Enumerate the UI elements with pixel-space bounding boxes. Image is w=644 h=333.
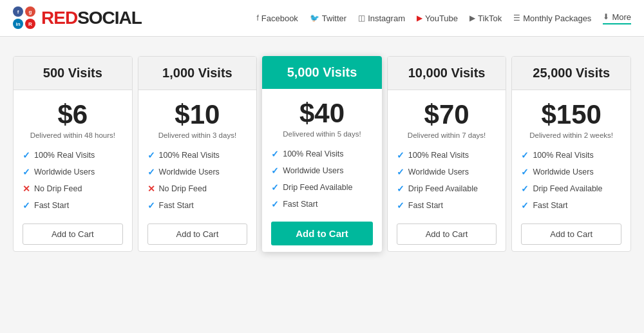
add-to-cart-button-0[interactable]: Add to Cart xyxy=(23,224,123,245)
feature-text-4-0: 100% Real Visits xyxy=(533,151,593,160)
feature-text-4-1: Worldwide Users xyxy=(533,167,593,176)
nav-item-facebook[interactable]: f Facebook xyxy=(256,14,298,23)
card-header-3: 10,000 Visits xyxy=(388,57,506,90)
card-body-4: $150Delivered within 2 weeks!✓100% Real … xyxy=(512,90,630,251)
nav-item-monthly[interactable]: ☰ Monthly Packages xyxy=(513,14,591,23)
monthly-nav-icon: ☰ xyxy=(513,14,520,23)
feature-text-3-2: Drip Feed Available xyxy=(408,184,478,193)
r-icon: R xyxy=(25,19,35,29)
facebook-icon: f xyxy=(13,6,23,17)
feature-item-0-1: ✓Worldwide Users xyxy=(23,164,123,180)
tiktok-nav-icon: ▶ xyxy=(469,14,475,23)
price-1: $10 xyxy=(147,99,248,130)
feature-text-0-3: Fast Start xyxy=(34,201,69,210)
facebook-label: Facebook xyxy=(261,14,298,23)
feature-item-3-2: ✓Drip Feed Available xyxy=(397,180,497,197)
nav-item-twitter[interactable]: 🐦 Twitter xyxy=(310,14,346,23)
features-list-1: ✓100% Real Visits✓Worldwide Users✕No Dri… xyxy=(147,147,248,214)
main-nav: f Facebook 🐦 Twitter ◫ Instagram ▶ xyxy=(256,12,631,24)
visits-label-4: 25,000 Visits xyxy=(533,66,610,80)
check-icon-4-2: ✓ xyxy=(521,184,529,194)
feature-text-1-1: Worldwide Users xyxy=(159,167,220,176)
feature-item-2-0: ✓100% Real Visits xyxy=(271,146,373,162)
twitter-link[interactable]: 🐦 Twitter xyxy=(310,14,346,23)
feature-item-3-3: ✓Fast Start xyxy=(397,197,497,214)
feature-text-1-0: 100% Real Visits xyxy=(159,151,220,160)
feature-text-3-0: 100% Real Visits xyxy=(408,151,469,160)
logo-text: REDSOCIAL xyxy=(41,8,142,28)
feature-item-3-1: ✓Worldwide Users xyxy=(397,164,497,180)
tiktok-label: TikTok xyxy=(478,14,502,23)
delivery-3: Delivered within 7 days! xyxy=(397,131,497,139)
delivery-2: Delivered within 5 days! xyxy=(271,130,373,138)
monthly-link[interactable]: ☰ Monthly Packages xyxy=(513,14,591,23)
more-label: More xyxy=(612,12,631,22)
nav-item-instagram[interactable]: ◫ Instagram xyxy=(358,14,405,23)
check-icon-0-0: ✓ xyxy=(23,150,30,160)
feature-text-1-3: Fast Start xyxy=(159,201,194,210)
feature-text-0-2: No Drip Feed xyxy=(34,184,82,193)
feature-item-0-2: ✕No Drip Feed xyxy=(23,180,123,197)
features-list-3: ✓100% Real Visits✓Worldwide Users✓Drip F… xyxy=(397,147,497,214)
visits-label-3: 10,000 Visits xyxy=(408,66,486,80)
header: f g in R REDSOCIAL f Facebook 🐦 Twitter xyxy=(0,0,644,37)
monthly-label: Monthly Packages xyxy=(523,14,591,23)
check-icon-2-2: ✓ xyxy=(271,182,279,193)
check-icon-1-0: ✓ xyxy=(147,150,155,160)
instagram-link[interactable]: ◫ Instagram xyxy=(358,14,405,23)
check-icon-2-1: ✓ xyxy=(271,166,279,176)
delivery-4: Delivered within 2 weeks! xyxy=(521,131,621,139)
features-list-4: ✓100% Real Visits✓Worldwide Users✓Drip F… xyxy=(521,147,621,214)
card-header-0: 500 Visits xyxy=(14,57,132,90)
features-list-0: ✓100% Real Visits✓Worldwide Users✕No Dri… xyxy=(23,147,123,214)
price-4: $150 xyxy=(521,99,621,130)
add-to-cart-button-1[interactable]: Add to Cart xyxy=(147,224,248,245)
feature-text-2-3: Fast Start xyxy=(283,200,317,209)
feature-item-1-1: ✓Worldwide Users xyxy=(147,164,248,180)
youtube-link[interactable]: ▶ YouTube xyxy=(417,14,458,23)
check-icon-2-0: ✓ xyxy=(271,149,279,159)
price-2: $40 xyxy=(271,98,373,129)
feature-text-3-3: Fast Start xyxy=(408,201,443,210)
pricing-card-4: 25,000 Visits$150Delivered within 2 week… xyxy=(511,56,631,252)
check-icon-4-3: ✓ xyxy=(521,200,529,211)
more-nav-icon: ⬇ xyxy=(603,12,609,21)
delivery-1: Delivered within 3 days! xyxy=(147,131,248,139)
feature-text-0-0: 100% Real Visits xyxy=(34,151,95,160)
card-body-2: $40Delivered within 5 days!✓100% Real Vi… xyxy=(262,89,382,252)
feature-item-4-0: ✓100% Real Visits xyxy=(521,147,621,164)
pricing-card-0: 500 Visits$6Delivered within 48 hours!✓1… xyxy=(13,56,133,252)
add-to-cart-button-4[interactable]: Add to Cart xyxy=(521,224,621,245)
card-body-1: $10Delivered within 3 days!✓100% Real Vi… xyxy=(138,90,257,251)
instagram-nav-icon: ◫ xyxy=(358,14,365,23)
card-header-2: 5,000 Visits xyxy=(262,56,382,89)
nav-item-more[interactable]: ⬇ More xyxy=(603,12,631,24)
nav-item-youtube[interactable]: ▶ YouTube xyxy=(417,14,458,23)
youtube-nav-icon: ▶ xyxy=(417,14,422,23)
check-icon-3-1: ✓ xyxy=(397,167,404,177)
check-icon-4-0: ✓ xyxy=(521,150,529,160)
feature-item-0-0: ✓100% Real Visits xyxy=(23,147,123,164)
feature-item-2-1: ✓Worldwide Users xyxy=(271,162,373,179)
add-to-cart-button-2[interactable]: Add to Cart xyxy=(271,222,373,245)
nav-item-tiktok[interactable]: ▶ TikTok xyxy=(469,14,502,23)
linkedin-icon: in xyxy=(13,19,23,29)
add-to-cart-button-3[interactable]: Add to Cart xyxy=(397,224,497,245)
check-icon-3-2: ✓ xyxy=(397,184,404,194)
feature-item-0-3: ✓Fast Start xyxy=(23,197,123,214)
card-body-3: $70Delivered within 7 days!✓100% Real Vi… xyxy=(388,90,506,251)
logo-area: f g in R REDSOCIAL xyxy=(13,6,142,30)
facebook-link[interactable]: f Facebook xyxy=(256,14,298,23)
feature-text-4-3: Fast Start xyxy=(533,201,567,210)
logo-red: RED xyxy=(41,8,77,28)
more-link[interactable]: ⬇ More xyxy=(603,12,631,24)
twitter-nav-icon: 🐦 xyxy=(310,14,319,23)
pricing-card-1: 1,000 Visits$10Delivered within 3 days!✓… xyxy=(138,56,258,252)
nav-links: f Facebook 🐦 Twitter ◫ Instagram ▶ xyxy=(256,12,631,24)
card-header-1: 1,000 Visits xyxy=(138,57,257,90)
feature-text-2-2: Drip Feed Available xyxy=(283,183,352,192)
tiktok-link[interactable]: ▶ TikTok xyxy=(469,14,502,23)
check-icon-4-1: ✓ xyxy=(521,167,529,177)
feature-item-2-3: ✓Fast Start xyxy=(271,196,373,213)
card-header-4: 25,000 Visits xyxy=(512,57,630,90)
